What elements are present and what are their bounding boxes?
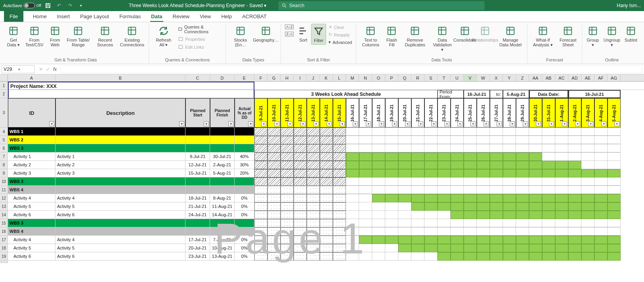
gantt-cell[interactable]	[490, 177, 503, 186]
cell[interactable]: Activity 5	[8, 244, 55, 252]
gantt-cell[interactable]	[516, 202, 529, 211]
gantt-cell[interactable]	[294, 136, 307, 144]
cell[interactable]	[185, 136, 210, 144]
gantt-cell[interactable]	[281, 227, 294, 236]
gantt-cell[interactable]	[542, 202, 555, 211]
cell[interactable]: WBS 3	[8, 144, 55, 152]
gantt-cell[interactable]	[346, 161, 359, 169]
gantt-cell[interactable]	[594, 194, 608, 202]
filter-dropdown[interactable]: ▾	[614, 121, 619, 126]
gantt-cell[interactable]	[359, 186, 372, 194]
gantt-cell[interactable]	[438, 194, 451, 202]
gantt-cell[interactable]	[516, 244, 529, 252]
gantt-cell[interactable]	[464, 227, 477, 236]
edit-links-button[interactable]: Edit Links	[176, 44, 223, 51]
gantt-cell[interactable]	[581, 144, 594, 152]
gantt-cell[interactable]	[581, 202, 594, 211]
gantt-cell[interactable]	[307, 252, 320, 261]
fx-icon[interactable]: fx	[53, 67, 57, 72]
gantt-cell[interactable]	[529, 227, 542, 236]
filter-dropdown[interactable]: ▾	[179, 121, 184, 126]
gantt-cell[interactable]	[346, 169, 359, 177]
gantt-cell[interactable]	[424, 227, 438, 236]
gantt-cell[interactable]	[294, 128, 307, 136]
gantt-cell[interactable]	[385, 219, 398, 227]
gantt-cell[interactable]	[516, 219, 529, 227]
gantt-cell[interactable]	[424, 128, 438, 136]
gantt-cell[interactable]	[411, 152, 424, 161]
gantt-cell[interactable]	[424, 194, 438, 202]
gantt-cell[interactable]	[346, 236, 359, 244]
gantt-cell[interactable]	[542, 177, 555, 186]
gantt-cell[interactable]	[581, 128, 594, 136]
gantt-cell[interactable]	[503, 227, 516, 236]
gantt-cell[interactable]	[568, 236, 581, 244]
cell[interactable]: 9-Jul-21	[185, 152, 210, 161]
col-header-AC[interactable]: AC	[555, 74, 568, 81]
gantt-cell[interactable]	[581, 252, 594, 261]
gantt-cell[interactable]	[320, 252, 333, 261]
gantt-cell[interactable]	[477, 152, 490, 161]
gantt-cell[interactable]	[477, 227, 490, 236]
row-header[interactable]: 4	[0, 128, 8, 136]
gantt-cell[interactable]	[346, 186, 359, 194]
cell[interactable]: Activity 3	[55, 169, 185, 177]
gantt-cell[interactable]	[568, 161, 581, 169]
gantt-cell[interactable]	[307, 169, 320, 177]
gantt-cell[interactable]	[581, 227, 594, 236]
gantt-cell[interactable]	[268, 202, 281, 211]
gantt-cell[interactable]	[438, 236, 451, 244]
gantt-cell[interactable]	[594, 252, 608, 261]
gantt-cell[interactable]	[359, 244, 372, 252]
gantt-cell[interactable]	[451, 136, 464, 144]
gantt-cell[interactable]	[555, 186, 568, 194]
gantt-cell[interactable]	[424, 144, 438, 152]
day-header[interactable]: 15-Jul-21▾	[333, 98, 346, 128]
filter-dropdown[interactable]: ▾	[457, 121, 462, 126]
gantt-cell[interactable]	[268, 128, 281, 136]
gantt-cell[interactable]	[451, 186, 464, 194]
gantt-cell[interactable]	[398, 252, 411, 261]
filter-dropdown[interactable]: ▾	[327, 121, 332, 126]
gantt-cell[interactable]	[346, 219, 359, 227]
gantt-cell[interactable]	[398, 194, 411, 202]
gantt-cell[interactable]	[490, 186, 503, 194]
col-header-I[interactable]: I	[294, 74, 307, 81]
cell[interactable]: 14-Aug-21	[210, 211, 235, 219]
gantt-cell[interactable]	[307, 177, 320, 186]
gantt-cell[interactable]	[542, 194, 555, 202]
gantt-cell[interactable]	[254, 128, 268, 136]
gantt-cell[interactable]	[254, 144, 268, 152]
cell[interactable]	[55, 177, 185, 186]
gantt-cell[interactable]	[594, 152, 608, 161]
gantt-cell[interactable]	[464, 144, 477, 152]
gantt-cell[interactable]	[529, 177, 542, 186]
undo-icon[interactable]: ↶	[55, 1, 63, 10]
gantt-cell[interactable]	[477, 244, 490, 252]
col-header-M[interactable]: M	[346, 74, 359, 81]
cell[interactable]: Period From:	[438, 90, 464, 98]
gantt-cell[interactable]	[516, 161, 529, 169]
day-header[interactable]: 1-Aug-21▾	[555, 98, 568, 128]
cell[interactable]: Activity 4	[8, 236, 55, 244]
gantt-cell[interactable]	[503, 186, 516, 194]
col-header-AG[interactable]: AG	[608, 74, 621, 81]
gantt-cell[interactable]	[294, 144, 307, 152]
row-header[interactable]: 16	[0, 227, 8, 236]
gantt-cell[interactable]	[359, 144, 372, 152]
day-header[interactable]: 29-Jul-21▾	[516, 98, 529, 128]
flash-fill-button[interactable]: Flash Fill	[383, 24, 400, 49]
gantt-cell[interactable]	[398, 144, 411, 152]
gantt-cell[interactable]	[451, 244, 464, 252]
cell[interactable]: 0%	[235, 252, 254, 261]
gantt-cell[interactable]	[503, 211, 516, 219]
filter-dropdown[interactable]: ▾	[204, 121, 209, 126]
gantt-cell[interactable]	[490, 128, 503, 136]
cell[interactable]: 30%	[235, 161, 254, 169]
col-header-A[interactable]: A	[8, 74, 55, 81]
gantt-cell[interactable]	[464, 177, 477, 186]
gantt-cell[interactable]	[594, 219, 608, 227]
user-name[interactable]: Hany Ism...	[617, 3, 641, 8]
filter-dropdown[interactable]: ▾	[470, 121, 476, 126]
gantt-cell[interactable]	[307, 186, 320, 194]
